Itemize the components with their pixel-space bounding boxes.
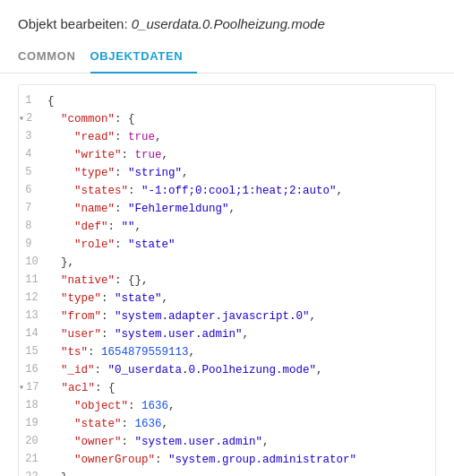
line-content: "acl": { [47,379,428,397]
line-number: 11 [19,272,47,289]
line-content: "name": "Fehlermeldung", [47,200,428,218]
page-header: Objekt bearbeiten: 0_userdata.0.Poolheiz… [0,0,454,40]
tab-bar: COMMON OBJEKTDATEN [0,40,454,74]
line-content: }, [47,254,428,272]
code-line: 22 } [19,469,435,476]
line-number: 8 [19,218,47,235]
line-content: "read": true, [47,128,428,146]
line-content: "def": "", [47,218,428,236]
object-id: 0_userdata.0.Poolheizung.mode [132,16,325,31]
code-line: 12 "type": "state", [19,290,435,307]
code-line: 19 "state": 1636, [19,415,435,433]
line-number: 21 [19,451,47,468]
code-line: 1{ [19,92,435,110]
code-line: 13 "from": "system.adapter.javascript.0"… [19,307,435,325]
code-line: 16 "_id": "0_userdata.0.Poolheizung.mode… [19,361,435,379]
code-line: 8 "def": "", [19,218,435,236]
line-content: "native": {}, [47,272,428,290]
line-content: "from": "system.adapter.javascript.0", [47,307,428,325]
line-number: 10 [19,254,47,271]
code-line: 9 "role": "state" [19,236,435,254]
line-content: "ts": 1654879559113, [47,343,428,361]
code-line: 10 }, [19,254,435,272]
line-number: 14 [19,325,47,342]
code-line: 3 "read": true, [19,128,435,146]
line-number: 22 [19,469,47,476]
code-line: ▾2 "common": { [19,110,435,128]
line-content: "ownerGroup": "system.group.administrato… [47,451,428,469]
code-line: 15 "ts": 1654879559113, [19,343,435,361]
line-content: "object": 1636, [47,397,428,415]
line-content: { [47,92,428,110]
line-content: "state": 1636, [47,415,428,433]
code-line: 20 "owner": "system.user.admin", [19,433,435,451]
line-content: "common": { [47,110,428,128]
code-line: 21 "ownerGroup": "system.group.administr… [19,451,435,469]
line-number: 13 [19,307,47,325]
line-number: 20 [19,433,47,450]
line-number: 3 [19,128,47,145]
tab-objektdaten[interactable]: OBJEKTDATEN [90,40,198,74]
line-number: 5 [19,164,47,181]
line-content: "role": "state" [47,236,428,254]
tab-common[interactable]: COMMON [18,40,90,74]
code-line: ▾17 "acl": { [19,379,435,397]
line-content: "user": "system.user.admin", [47,325,428,343]
code-line: 6 "states": "-1:off;0:cool;1:heat;2:auto… [19,182,435,200]
code-line: 7 "name": "Fehlermeldung", [19,200,435,218]
code-line: 11 "native": {}, [19,272,435,290]
line-number: ▾2 [19,110,47,127]
line-number: 7 [19,200,47,217]
line-content: "write": true, [47,146,428,164]
line-content: "owner": "system.user.admin", [47,433,428,451]
line-number: ▾17 [19,379,47,396]
line-number: 18 [19,397,47,414]
line-number: 12 [19,290,47,307]
collapse-arrow[interactable]: ▾ [19,381,24,395]
line-number: 9 [19,236,47,253]
code-editor: 1{▾2 "common": { 3 "read": true, 4 "writ… [18,84,436,476]
line-content: } [47,469,428,476]
code-line: 18 "object": 1636, [19,397,435,415]
header-label: Objekt bearbeiten: [18,16,128,31]
code-line: 5 "type": "string", [19,164,435,182]
code-line: 4 "write": true, [19,146,435,164]
line-number: 15 [19,343,47,360]
line-number: 16 [19,361,47,378]
line-content: "_id": "0_userdata.0.Poolheizung.mode", [47,361,428,379]
code-line: 14 "user": "system.user.admin", [19,325,435,343]
line-number: 1 [19,92,47,109]
line-number: 4 [19,146,47,163]
line-content: "type": "state", [47,290,428,307]
line-number: 6 [19,182,47,199]
collapse-arrow[interactable]: ▾ [19,112,24,126]
line-content: "type": "string", [47,164,428,182]
line-number: 19 [19,415,47,432]
line-content: "states": "-1:off;0:cool;1:heat;2:auto", [47,182,428,200]
